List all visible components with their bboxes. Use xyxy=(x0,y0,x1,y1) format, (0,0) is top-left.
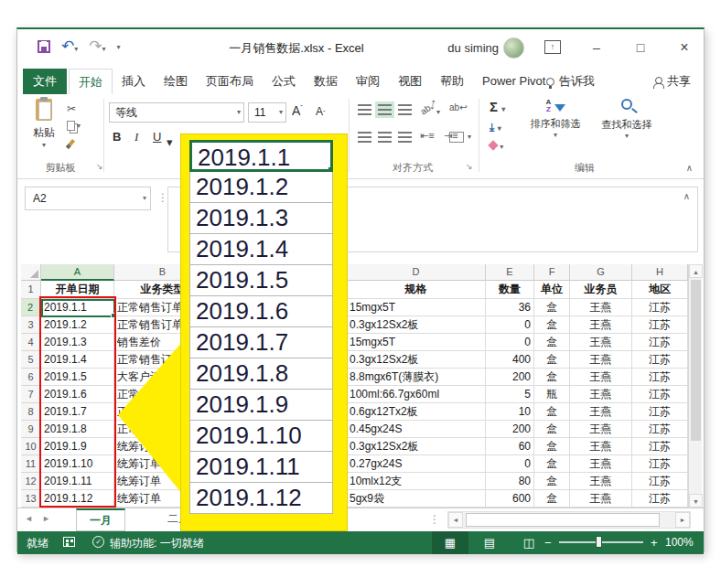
fill-button[interactable]: ⤓ ▾ xyxy=(490,121,501,134)
cell-F4[interactable]: 盒 xyxy=(534,334,570,351)
cell-E13[interactable]: 600 xyxy=(486,490,534,508)
paste-dropdown-icon[interactable]: ▾ xyxy=(25,141,63,149)
row-header-8[interactable]: 8 xyxy=(21,403,41,421)
undo-button[interactable]: ↶▾ xyxy=(61,38,78,55)
macro-record-icon[interactable] xyxy=(63,537,75,547)
cell-F11[interactable]: 盒 xyxy=(534,455,570,473)
cell-H3[interactable]: 江苏 xyxy=(632,316,688,334)
row-header-11[interactable]: 11 xyxy=(21,455,41,473)
cell-F8[interactable]: 盒 xyxy=(534,403,570,421)
column-header-E[interactable]: E xyxy=(486,264,534,281)
bold-button[interactable]: B xyxy=(113,130,121,144)
cell-H5[interactable]: 江苏 xyxy=(632,351,688,369)
cell-F2[interactable]: 盒 xyxy=(534,299,570,316)
vertical-scrollbar[interactable]: ▲ ▼ xyxy=(688,264,702,508)
cell-D12[interactable]: 10mlx12支 xyxy=(347,473,486,490)
cell-E10[interactable]: 60 xyxy=(486,438,534,455)
sort-filter-button[interactable]: AZ 排序和筛选 ▾ xyxy=(522,99,588,139)
cell-G3[interactable]: 王燕 xyxy=(570,316,632,334)
zoom-slider-thumb[interactable] xyxy=(596,536,602,548)
worksheet-grid[interactable]: ▲ ▼ ABCDEFGH1开单日期业务类型规格数量单位业务员地区22019.1.… xyxy=(21,264,702,508)
cell-H13[interactable]: 江苏 xyxy=(632,490,688,508)
cell-F5[interactable]: 盒 xyxy=(534,351,570,369)
cell-D1[interactable]: 规格 xyxy=(347,281,486,299)
sheet-tab-january[interactable]: 一月 xyxy=(76,508,125,531)
cell-E8[interactable]: 10 xyxy=(486,403,534,421)
autosum-button[interactable]: Σ ▾ xyxy=(490,99,505,114)
tab-file[interactable]: 文件 xyxy=(23,69,67,94)
cell-D10[interactable]: 0.3gx12Sx2板 xyxy=(347,438,486,455)
cell-H7[interactable]: 江苏 xyxy=(632,386,688,403)
cell-G8[interactable]: 王燕 xyxy=(570,403,632,421)
cell-F12[interactable]: 盒 xyxy=(534,473,570,490)
row-header-2[interactable]: 2 xyxy=(21,299,41,316)
align-left-icon[interactable] xyxy=(358,132,371,143)
row-header-10[interactable]: 10 xyxy=(21,438,41,455)
name-box-dropdown-icon[interactable]: ▾ xyxy=(143,188,146,208)
row-header-4[interactable]: 4 xyxy=(21,334,41,351)
align-middle-icon[interactable] xyxy=(378,104,392,115)
cell-D9[interactable]: 0.45gx24S xyxy=(347,421,486,438)
cell-G2[interactable]: 王燕 xyxy=(570,299,632,316)
formula-bar-collapse-icon[interactable]: ∧ xyxy=(683,191,690,201)
ribbon-tab-6[interactable]: 审阅 xyxy=(347,69,389,94)
align-center-icon[interactable] xyxy=(378,132,392,143)
cell-H12[interactable]: 江苏 xyxy=(632,473,688,490)
column-header-A[interactable]: A xyxy=(41,264,114,281)
cell-F10[interactable]: 盒 xyxy=(534,438,570,455)
cell-F1[interactable]: 单位 xyxy=(534,281,570,299)
share-button[interactable]: 共享 xyxy=(653,69,691,94)
ribbon-display-options-icon[interactable]: ↑ xyxy=(544,40,561,54)
cell-D11[interactable]: 0.27gx24S xyxy=(347,455,486,473)
ribbon-tab-7[interactable]: 视图 xyxy=(389,69,431,94)
cell-D2[interactable]: 15mgx5T xyxy=(347,299,486,316)
merge-dropdown-icon[interactable]: ▾ xyxy=(468,133,471,141)
scroll-left-icon[interactable]: ◄ xyxy=(448,512,463,528)
cell-G1[interactable]: 业务员 xyxy=(570,281,632,299)
underline-button[interactable]: U xyxy=(153,130,161,144)
cell-E1[interactable]: 数量 xyxy=(486,281,534,299)
ribbon-tab-3[interactable]: 页面布局 xyxy=(197,69,263,94)
cell-F9[interactable]: 盒 xyxy=(534,421,570,438)
cell-H10[interactable]: 江苏 xyxy=(632,438,688,455)
ribbon-tab-4[interactable]: 公式 xyxy=(263,69,305,94)
find-select-button[interactable]: 查找和选择 ▾ xyxy=(594,99,660,140)
vertical-scroll-thumb[interactable] xyxy=(691,280,701,441)
qat-customize-icon[interactable]: ▾ xyxy=(117,43,121,51)
scroll-down-icon[interactable]: ▼ xyxy=(689,494,703,508)
cell-G13[interactable]: 王燕 xyxy=(570,490,632,508)
clipboard-dialog-launcher-icon[interactable]: ↘ xyxy=(96,162,103,171)
maximize-button[interactable]: □ xyxy=(629,37,652,59)
row-header-13[interactable]: 13 xyxy=(21,490,41,508)
scroll-right-icon[interactable]: ► xyxy=(675,512,690,528)
cell-D8[interactable]: 0.6gx12Tx2板 xyxy=(347,403,486,421)
cell-G7[interactable]: 王燕 xyxy=(570,386,632,403)
horizontal-scroll-thumb[interactable] xyxy=(466,513,660,527)
cell-E5[interactable]: 400 xyxy=(486,351,534,369)
page-break-view-button[interactable]: ◫ xyxy=(511,531,547,554)
tell-me[interactable]: 告诉我 xyxy=(546,69,595,94)
wrap-text-icon[interactable]: ab↩ xyxy=(449,102,468,112)
shrink-font-button[interactable]: Aˇ xyxy=(316,105,326,118)
cut-button[interactable]: ✂ xyxy=(67,102,76,115)
cell-D7[interactable]: 100ml:66.7gx60ml xyxy=(347,386,486,403)
align-right-icon[interactable] xyxy=(398,132,412,143)
name-box[interactable]: A2 ▾ xyxy=(25,187,151,210)
align-bottom-icon[interactable] xyxy=(398,104,412,115)
italic-button[interactable]: I xyxy=(135,130,138,144)
column-header-G[interactable]: G xyxy=(570,264,632,281)
cell-H8[interactable]: 江苏 xyxy=(632,403,688,421)
zoom-level[interactable]: 100% xyxy=(665,536,694,549)
zoom-out-button[interactable]: − xyxy=(544,536,552,550)
scroll-up-icon[interactable]: ▲ xyxy=(689,264,703,278)
select-all-corner[interactable] xyxy=(21,264,41,281)
cell-E2[interactable]: 36 xyxy=(486,299,534,316)
row-header-12[interactable]: 12 xyxy=(21,473,41,490)
cell-E12[interactable]: 80 xyxy=(486,473,534,490)
column-header-F[interactable]: F xyxy=(534,264,570,281)
cell-E4[interactable]: 0 xyxy=(486,334,534,351)
cell-G12[interactable]: 王燕 xyxy=(570,473,632,490)
cell-G11[interactable]: 王燕 xyxy=(570,455,632,473)
row-header-1[interactable]: 1 xyxy=(21,281,41,299)
ribbon-tab-9[interactable]: Power Pivot xyxy=(473,69,554,94)
